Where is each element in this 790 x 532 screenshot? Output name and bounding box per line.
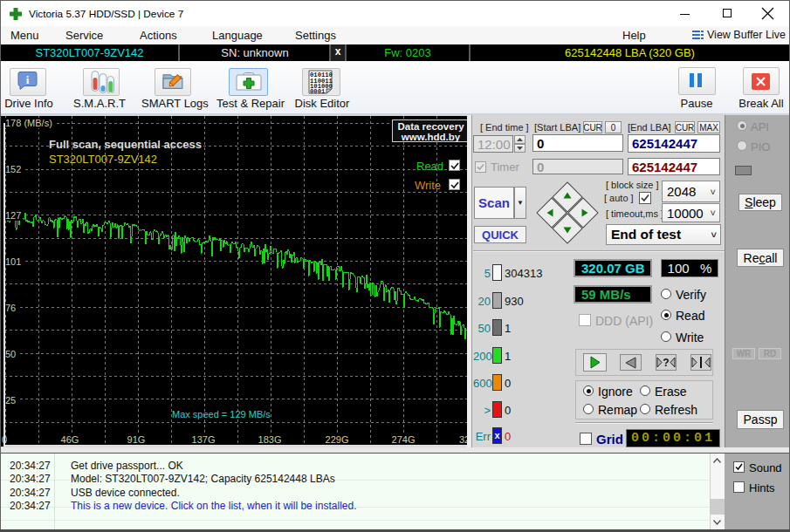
svg-text:i: i xyxy=(26,73,30,86)
svg-text:0001: 0001 xyxy=(310,88,326,95)
